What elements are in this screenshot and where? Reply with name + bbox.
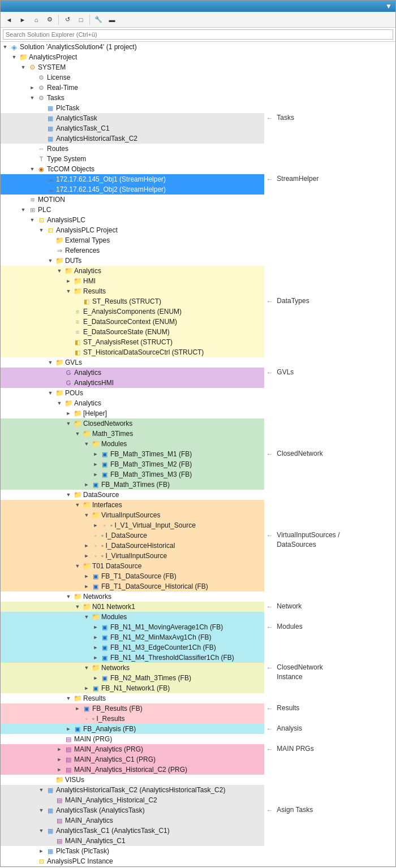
tree-row-duts[interactable]: ▼📁DUTs <box>1 256 264 266</box>
tree-row-e_datasourcestate[interactable]: ≡E_DataSourceState (ENUM) <box>1 327 264 337</box>
tree-row-st_analysisreset[interactable]: ◧ST_AnalysisReset (STRUCT) <box>1 337 264 347</box>
tree-row-main_analytics_c1_sub[interactable]: ▤MAIN_Analytics_C1 <box>1 836 264 846</box>
expander-icon[interactable]: ▼ <box>82 511 91 520</box>
tree-row-license[interactable]: ⚙License <box>1 72 264 83</box>
expander-icon[interactable]: ▼ <box>64 592 73 601</box>
tree-row-results_folder[interactable]: ▼📁Results <box>1 693 264 703</box>
expander-icon[interactable]: ► <box>91 633 100 642</box>
tree-row-st_results[interactable]: ◧ST_Results (STRUCT) <box>1 296 264 306</box>
expander-icon[interactable]: ▼ <box>37 826 46 835</box>
expander-icon[interactable]: ► <box>91 470 100 479</box>
tree-row-fb_math_m2[interactable]: ►▣FB_Math_3Times_M2 (FB) <box>1 459 264 469</box>
expander-icon[interactable]: ▼ <box>55 266 64 275</box>
expander-icon[interactable]: ► <box>91 460 100 469</box>
expander-icon[interactable]: ▼ <box>46 358 55 367</box>
properties-button[interactable]: 🔧 <box>92 14 105 26</box>
tree-row-main_analytics_hist_c2[interactable]: ►▤MAIN_Analytics_Historical_C2 (PRG) <box>1 765 264 775</box>
tree-row-solution[interactable]: ▼◈Solution 'AnalyticsSolution4' (1 proje… <box>1 42 264 52</box>
expander-icon[interactable]: ▼ <box>82 439 91 448</box>
tree-row-modules_cn[interactable]: ▼📁Modules <box>1 439 264 449</box>
expander-icon[interactable]: ▼ <box>46 256 55 265</box>
tree-row-analyticshisttask_c2_inst[interactable]: ▼▦AnalyticsHistoricalTask_C2 (AnalyticsH… <box>1 785 264 795</box>
pin-button[interactable]: ▬ <box>106 14 118 26</box>
tree-row-main_prg[interactable]: ▤MAIN (PRG) <box>1 734 264 744</box>
expander-icon[interactable]: ▼ <box>28 93 37 102</box>
tree-row-e_analysiscomponents[interactable]: ≡E_AnalysisComponents (ENUM) <box>1 306 264 317</box>
expander-icon[interactable]: ▼ <box>64 694 73 703</box>
tree-row-math3times[interactable]: ▼📁Math_3Times <box>1 429 264 439</box>
expander-icon[interactable]: ▼ <box>64 490 73 499</box>
tree-row-gvl_analytics[interactable]: GAnalytics <box>1 368 264 378</box>
expander-icon[interactable]: ► <box>28 83 37 92</box>
expander-icon[interactable]: ▼ <box>73 429 82 438</box>
tree-row-fb_n1_m3[interactable]: ►▣FB_N1_M3_EdgeCounter1Ch (FB) <box>1 642 264 653</box>
expander-icon[interactable]: ► <box>82 582 91 591</box>
expander-icon[interactable]: ► <box>82 480 91 489</box>
expander-icon[interactable]: ▼ <box>64 287 73 296</box>
tree-row-stream2[interactable]: ☁172.17.62.145_Obj2 (StreamHelper) <box>1 184 264 195</box>
expander-icon[interactable]: ▼ <box>82 612 91 621</box>
tree-row-fb_n1_m2[interactable]: ►▣FB_N1_M2_MinMaxAvg1Ch (FB) <box>1 632 264 642</box>
tree-row-fb_math_3times[interactable]: ►▣FB_Math_3Times (FB) <box>1 480 264 490</box>
tree-row-plctask[interactable]: ▦PlcTask <box>1 103 264 113</box>
collapse-button[interactable]: □ <box>75 14 87 26</box>
tree-row-fb_n1_m1[interactable]: ►▣FB_N1_M1_MovingAverage1Ch (FB) <box>1 622 264 632</box>
expander-icon[interactable]: ▼ <box>19 205 28 214</box>
search-input[interactable] <box>3 29 393 40</box>
expander-icon[interactable]: ▼ <box>37 785 46 794</box>
expander-icon[interactable]: ► <box>82 572 91 581</box>
tree-row-interfaces[interactable]: ▼📁Interfaces <box>1 500 264 510</box>
expander-icon[interactable]: ▼ <box>73 500 82 509</box>
tree-row-fb_math_m1[interactable]: ►▣FB_Math_3Times_M1 (FB) <box>1 449 264 459</box>
tree-row-analyticstask[interactable]: ▦AnalyticsTask <box>1 113 264 123</box>
tree-row-main_analytics_sub[interactable]: ▤MAIN_Analytics <box>1 815 264 826</box>
expander-icon[interactable]: ▼ <box>37 806 46 815</box>
expander-icon[interactable]: ► <box>91 673 100 683</box>
expander-icon[interactable]: ▼ <box>10 53 19 62</box>
tree-row-analyticstask_c1[interactable]: ▦AnalyticsTask_C1 <box>1 123 264 133</box>
tree-row-plctask_inst[interactable]: ►▦PlcTask (PlcTask) <box>1 846 264 856</box>
expander-icon[interactable]: ► <box>55 755 64 764</box>
tree-row-duts_results[interactable]: ▼📁Results <box>1 286 264 296</box>
settings-button[interactable]: ⚙ <box>44 14 56 26</box>
tree-row-i_datasourcehistorical[interactable]: ►◦◦ I_DataSourceHistorical <box>1 541 264 551</box>
refresh-button[interactable]: ↺ <box>61 14 74 26</box>
tree-row-e_datasourcecontext[interactable]: ≡E_DataSourceContext (ENUM) <box>1 317 264 327</box>
tree-row-fb_analysis[interactable]: ►▣FB_Analysis (FB) <box>1 724 264 734</box>
expander-icon[interactable]: ▼ <box>73 562 82 571</box>
tree-row-fb_n1_network1[interactable]: ►▣FB_N1_Network1 (FB) <box>1 683 264 693</box>
tree-row-analyticstask_inst[interactable]: ▼▦AnalyticsTask (AnalyticsTask) <box>1 805 264 815</box>
tree-row-typesystem[interactable]: TType System <box>1 154 264 164</box>
forward-button[interactable]: ► <box>16 14 29 26</box>
tree-row-tasks[interactable]: ▼⚙Tasks <box>1 93 264 103</box>
tree-row-datasource[interactable]: ▼📁DataSource <box>1 490 264 500</box>
tree-row-analyticstask_c1_inst[interactable]: ▼▦AnalyticsTask_C1 (AnalyticsTask_C1) <box>1 826 264 836</box>
tree-row-pous[interactable]: ▼📁POUs <box>1 388 264 398</box>
expander-icon[interactable]: ► <box>91 450 100 459</box>
expander-icon[interactable]: ► <box>64 724 73 733</box>
tree-row-networks_sub[interactable]: ▼📁Networks <box>1 663 264 673</box>
expander-icon[interactable]: ▼ <box>37 226 46 235</box>
expander-icon[interactable]: ▼ <box>55 399 64 408</box>
tree-row-gvl_analyticshmi[interactable]: GAnalyticsHMI <box>1 378 264 388</box>
expander-icon[interactable]: ► <box>82 541 91 550</box>
tree-row-fb_n1_m4[interactable]: ►▣FB_N1_M4_ThresholdClassifier1Ch (FB) <box>1 653 264 663</box>
expander-icon[interactable]: ► <box>55 745 64 754</box>
tree-row-motion[interactable]: ≋MOTION <box>1 195 264 205</box>
tree-row-i_virtualinputsource[interactable]: ►◦◦ I_VirtualInputSource <box>1 551 264 561</box>
expander-icon[interactable]: ► <box>37 847 46 856</box>
tree-row-pou_analytics[interactable]: ▼📁Analytics <box>1 398 264 408</box>
tree-row-externaltypes[interactable]: 📁External Types <box>1 235 264 245</box>
tree-row-duts_analytics[interactable]: ▼📁Analytics <box>1 266 264 276</box>
tree-row-stream1[interactable]: ☁172.17.62.145_Obj1 (StreamHelper) <box>1 174 264 184</box>
tree-row-main_analytics[interactable]: ►▤MAIN_Analytics (PRG) <box>1 744 264 754</box>
tree-row-references[interactable]: ⇒References <box>1 245 264 256</box>
tree-row-pou_helper[interactable]: ►📁[Helper] <box>1 408 264 418</box>
tree-row-n01_network1[interactable]: ▼📁N01 Network1 <box>1 602 264 612</box>
tree-row-st_historicaldatasourcectrl[interactable]: ◧ST_HistoricalDataSourceCtrl (STRUCT) <box>1 347 264 357</box>
close-icon[interactable]: ▼ <box>385 2 392 10</box>
tree-row-gvls[interactable]: ▼📁GVLs <box>1 357 264 368</box>
tree-row-analyticshistoricaltask_c2[interactable]: ▦AnalyticsHistoricalTask_C2 <box>1 133 264 144</box>
expander-icon[interactable]: ▼ <box>64 419 73 428</box>
tree-row-plc[interactable]: ▼⊞PLC <box>1 205 264 215</box>
